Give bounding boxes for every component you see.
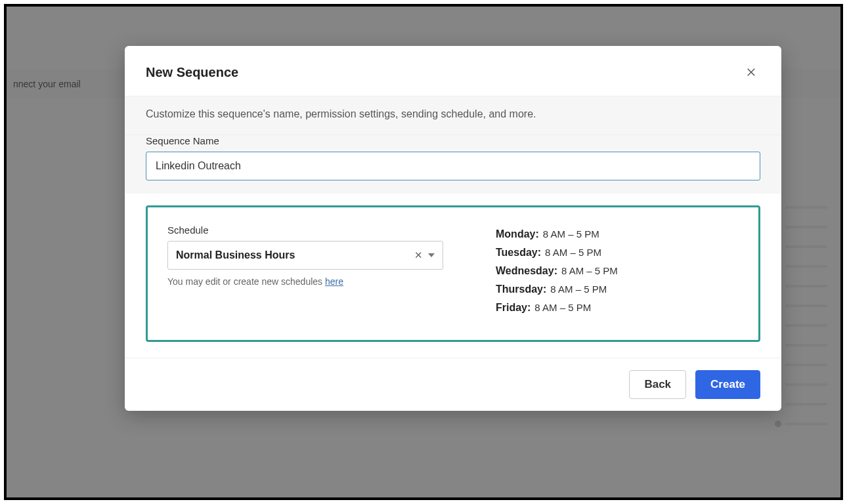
- schedule-label: Schedule: [167, 224, 443, 236]
- modal-header: New Sequence: [125, 46, 781, 96]
- schedule-section: Schedule Normal Business Hours ✕ You may…: [146, 205, 760, 342]
- new-sequence-modal: New Sequence Customize this sequence's n…: [125, 46, 781, 411]
- schedule-days-list: Monday: 8 AM – 5 PM Tuesday: 8 AM – 5 PM…: [496, 224, 739, 320]
- sequence-name-input[interactable]: [146, 152, 760, 180]
- day-name: Monday:: [496, 228, 539, 240]
- create-button[interactable]: Create: [695, 370, 760, 399]
- sequence-name-section: Sequence Name: [125, 135, 781, 194]
- day-name: Friday:: [496, 302, 531, 314]
- modal-description: Customize this sequence's name, permissi…: [125, 96, 781, 135]
- day-time: 8 AM – 5 PM: [550, 284, 607, 295]
- day-time: 8 AM – 5 PM: [545, 247, 601, 258]
- modal-title: New Sequence: [146, 65, 238, 80]
- chevron-down-icon[interactable]: [428, 253, 435, 257]
- schedule-select-controls: ✕: [414, 249, 435, 261]
- schedule-day-row: Monday: 8 AM – 5 PM: [496, 228, 739, 240]
- schedule-hint: You may edit or create new schedules her…: [167, 276, 443, 287]
- day-name: Thursday:: [496, 284, 546, 295]
- schedule-controls: Schedule Normal Business Hours ✕ You may…: [167, 224, 443, 320]
- day-time: 8 AM – 5 PM: [534, 302, 591, 313]
- schedule-day-row: Wednesday: 8 AM – 5 PM: [496, 265, 739, 277]
- modal-footer: Back Create: [125, 358, 781, 411]
- schedule-select-value: Normal Business Hours: [176, 249, 414, 261]
- day-time: 8 AM – 5 PM: [561, 265, 618, 276]
- schedule-day-row: Thursday: 8 AM – 5 PM: [496, 284, 739, 295]
- back-button[interactable]: Back: [629, 370, 686, 399]
- clear-selection-icon[interactable]: ✕: [414, 249, 423, 261]
- close-icon[interactable]: [742, 63, 760, 81]
- schedule-hint-text: You may edit or create new schedules: [167, 276, 325, 287]
- day-name: Wednesday:: [496, 265, 557, 277]
- schedule-day-row: Friday: 8 AM – 5 PM: [496, 302, 739, 314]
- schedule-select[interactable]: Normal Business Hours ✕: [167, 241, 443, 270]
- sequence-name-label: Sequence Name: [146, 135, 760, 146]
- schedule-hint-link[interactable]: here: [325, 276, 343, 287]
- day-time: 8 AM – 5 PM: [543, 228, 599, 240]
- day-name: Tuesday:: [496, 247, 541, 259]
- schedule-day-row: Tuesday: 8 AM – 5 PM: [496, 247, 739, 259]
